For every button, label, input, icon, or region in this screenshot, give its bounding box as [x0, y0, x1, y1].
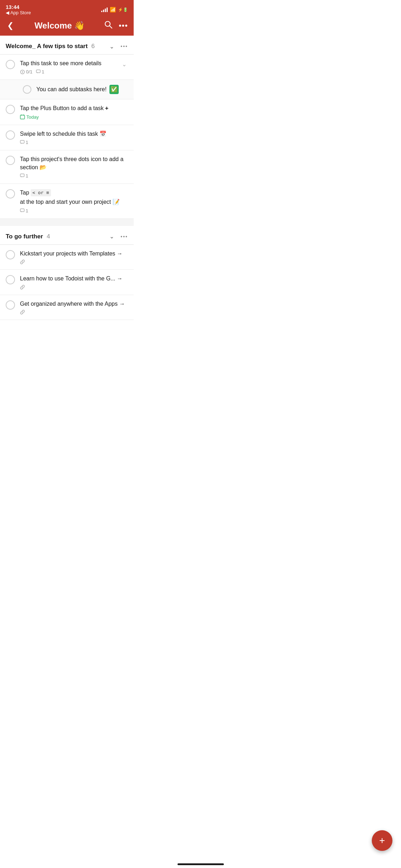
svg-rect-8 [20, 140, 24, 143]
svg-line-1 [109, 26, 112, 29]
subtask-text: You can add subtasks here! ✅ [36, 85, 128, 94]
nav-bar: ❮ Welcome 👋 ••• [0, 17, 134, 36]
task-item[interactable]: Tap this project's three dots icon to ad… [0, 150, 134, 184]
section-welcome-header: Welcome_ A few tips to start 6 ⌄ ••• [0, 36, 134, 55]
task-text: Tap this project's three dots icon to ad… [20, 155, 128, 171]
subtask-item[interactable]: You can add subtasks here! ✅ [0, 80, 134, 99]
task-body: Kickstart your projects with Templates → [20, 250, 128, 264]
svg-rect-9 [20, 174, 24, 177]
task-checkbox[interactable] [6, 130, 15, 140]
svg-rect-4 [36, 70, 40, 73]
svg-rect-10 [20, 209, 24, 212]
task-text: Get organized anywhere with the Apps → [20, 300, 128, 308]
comment-count: 1 [20, 140, 28, 145]
task-meta: 0/1 1 [20, 69, 120, 74]
task-text: Tap the Plus Button to add a task + [20, 104, 128, 112]
back-button[interactable]: ❮ [6, 20, 15, 32]
task-body: Get organized anywhere with the Apps → [20, 300, 128, 315]
svg-rect-5 [20, 115, 25, 119]
task-checkbox[interactable] [6, 300, 15, 310]
link-icon [20, 285, 25, 290]
task-meta: 1 [20, 140, 128, 145]
task-text: Tap < or ≡ at the top and start your own… [20, 189, 128, 206]
section-header-right-welcome: ⌄ ••• [109, 43, 128, 50]
task-body: Swipe left to schedule this task 📅 1 [20, 130, 128, 145]
search-button[interactable] [104, 21, 112, 31]
wifi-icon: 📶 [110, 7, 116, 12]
task-checkbox[interactable] [6, 275, 15, 284]
checkmark-badge: ✅ [109, 85, 119, 94]
status-time: 13:44 [6, 4, 31, 10]
section-further-header: To go further 4 ⌄ ••• [0, 226, 134, 245]
task-checkbox[interactable] [6, 156, 15, 165]
task-text: Learn how to use Todoist with the G... → [20, 275, 128, 283]
task-item[interactable]: Tap the Plus Button to add a task + Toda… [0, 99, 134, 125]
link-icon [20, 259, 25, 264]
task-item[interactable]: Tap < or ≡ at the top and start your own… [0, 184, 134, 219]
section-more-further[interactable]: ••• [120, 234, 128, 239]
comment-count: 1 [20, 173, 28, 179]
today-label: Today [20, 114, 39, 120]
task-checkbox[interactable] [6, 189, 15, 198]
task-meta [20, 259, 128, 264]
subtask-count: 0/1 [20, 69, 32, 74]
section-spacer [0, 219, 134, 226]
nav-title: Welcome 👋 [18, 21, 102, 31]
section-welcome-title-group: Welcome_ A few tips to start 6 [6, 43, 95, 50]
comment-count: 1 [36, 69, 44, 74]
task-item[interactable]: Tap this task to see more details 0/1 1 … [0, 55, 134, 80]
section-header-right-further: ⌄ ••• [109, 233, 128, 240]
section-more-welcome[interactable]: ••• [120, 43, 128, 49]
task-text: Tap this task to see more details [20, 60, 120, 67]
task-checkbox[interactable] [6, 60, 15, 69]
task-body: Tap this project's three dots icon to ad… [20, 155, 128, 179]
task-item[interactable]: Get organized anywhere with the Apps → [0, 295, 134, 320]
more-options-button[interactable]: ••• [119, 21, 128, 30]
nav-actions: ••• [104, 21, 128, 31]
subtask-body: You can add subtasks here! ✅ [36, 85, 128, 94]
main-content: Welcome_ A few tips to start 6 ⌄ ••• Tap… [0, 36, 134, 356]
section-count-welcome: 6 [91, 43, 94, 50]
section-collapse-further[interactable]: ⌄ [109, 233, 114, 240]
signal-icon [101, 7, 108, 12]
subtask-checkbox[interactable] [23, 85, 31, 94]
code-tag: < or ≡ [31, 189, 51, 196]
task-checkbox[interactable] [6, 250, 15, 259]
task-meta [20, 310, 128, 315]
status-bar: 13:44 ◀ App Store 📶 ⚡🔋 [0, 0, 134, 17]
section-title-further: To go further [6, 233, 43, 240]
section-collapse-welcome[interactable]: ⌄ [109, 43, 114, 50]
task-checkbox[interactable] [6, 105, 15, 114]
task-meta: Today [20, 114, 128, 120]
section-title-welcome: Welcome_ A few tips to start [6, 43, 88, 50]
task-body: Tap < or ≡ at the top and start your own… [20, 189, 128, 213]
battery-icon: ⚡🔋 [118, 7, 128, 12]
task-body: Tap the Plus Button to add a task + Toda… [20, 104, 128, 119]
task-meta [20, 285, 128, 290]
task-item[interactable]: Learn how to use Todoist with the G... → [0, 270, 134, 295]
task-item[interactable]: Kickstart your projects with Templates → [0, 245, 134, 270]
task-expand-button[interactable]: ⌄ [120, 60, 128, 68]
task-text: Kickstart your projects with Templates → [20, 250, 128, 258]
task-item[interactable]: Swipe left to schedule this task 📅 1 [0, 125, 134, 150]
task-meta: 1 [20, 173, 128, 179]
task-meta: 1 [20, 208, 128, 213]
comment-count: 1 [20, 208, 28, 213]
section-count-further: 4 [47, 233, 50, 240]
task-text: Swipe left to schedule this task 📅 [20, 130, 128, 138]
status-app-store: ◀ App Store [6, 10, 31, 15]
task-body: Learn how to use Todoist with the G... → [20, 275, 128, 289]
link-icon [20, 310, 25, 315]
status-right: 📶 ⚡🔋 [101, 7, 128, 12]
task-body: Tap this task to see more details 0/1 1 [20, 60, 120, 74]
section-further-title-group: To go further 4 [6, 233, 50, 240]
